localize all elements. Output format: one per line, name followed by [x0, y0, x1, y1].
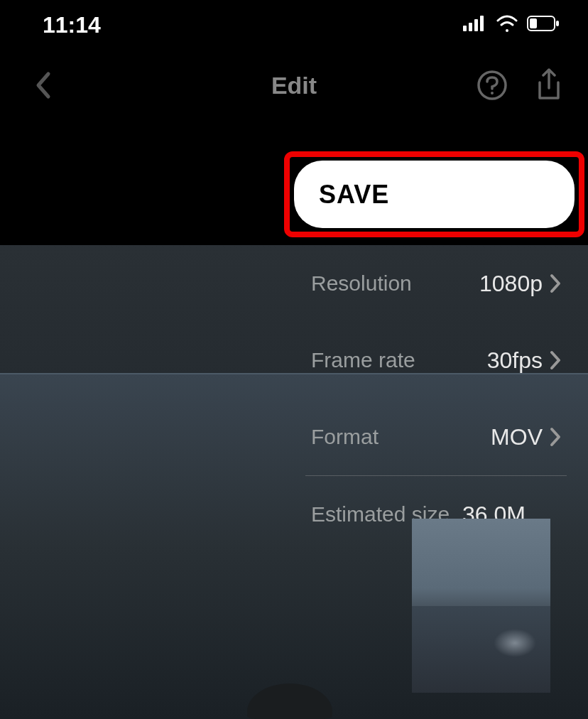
help-button[interactable] — [474, 67, 510, 103]
framerate-row[interactable]: Frame rate 30fps — [305, 322, 567, 399]
format-row[interactable]: Format MOV — [305, 399, 567, 475]
question-circle-icon — [477, 70, 508, 101]
video-thumbnail — [412, 519, 550, 693]
svg-rect-6 — [530, 18, 537, 28]
chevron-right-icon — [550, 427, 561, 447]
status-bar: 11:14 — [0, 0, 588, 50]
rock-shape — [247, 683, 332, 719]
chevron-left-icon — [34, 71, 51, 99]
svg-rect-2 — [474, 19, 478, 31]
nav-right-actions — [474, 67, 567, 103]
svg-point-7 — [479, 72, 506, 99]
framerate-label: Frame rate — [311, 348, 415, 372]
resolution-value: 1080p — [479, 271, 543, 297]
status-time: 11:14 — [43, 12, 101, 38]
svg-rect-3 — [480, 16, 484, 31]
share-icon — [535, 68, 562, 102]
chevron-right-icon — [550, 350, 561, 370]
content-area: Resolution 1080p Frame rate 30fps Format — [0, 245, 588, 719]
chevron-right-icon — [550, 274, 561, 293]
export-settings-panel: Resolution 1080p Frame rate 30fps Format — [305, 245, 567, 553]
framerate-value-wrap: 30fps — [487, 347, 561, 374]
svg-rect-5 — [556, 21, 559, 26]
battery-icon — [527, 16, 560, 34]
resolution-value-wrap: 1080p — [479, 271, 561, 297]
page-title: Edit — [271, 72, 317, 99]
resolution-label: Resolution — [311, 271, 412, 296]
nav-bar: Edit — [0, 50, 588, 121]
svg-point-8 — [491, 92, 494, 94]
svg-rect-0 — [463, 26, 467, 31]
save-highlight-box — [284, 151, 584, 237]
format-label: Format — [311, 425, 379, 449]
svg-rect-1 — [469, 23, 472, 31]
thumb-splash — [494, 629, 536, 657]
framerate-value: 30fps — [487, 347, 543, 374]
format-value: MOV — [491, 424, 543, 450]
wifi-icon — [496, 15, 518, 35]
cellular-icon — [463, 16, 487, 34]
back-button[interactable] — [21, 64, 64, 107]
share-button[interactable] — [531, 67, 567, 103]
status-icons — [463, 15, 560, 35]
format-value-wrap: MOV — [491, 424, 561, 450]
resolution-row[interactable]: Resolution 1080p — [305, 245, 567, 322]
